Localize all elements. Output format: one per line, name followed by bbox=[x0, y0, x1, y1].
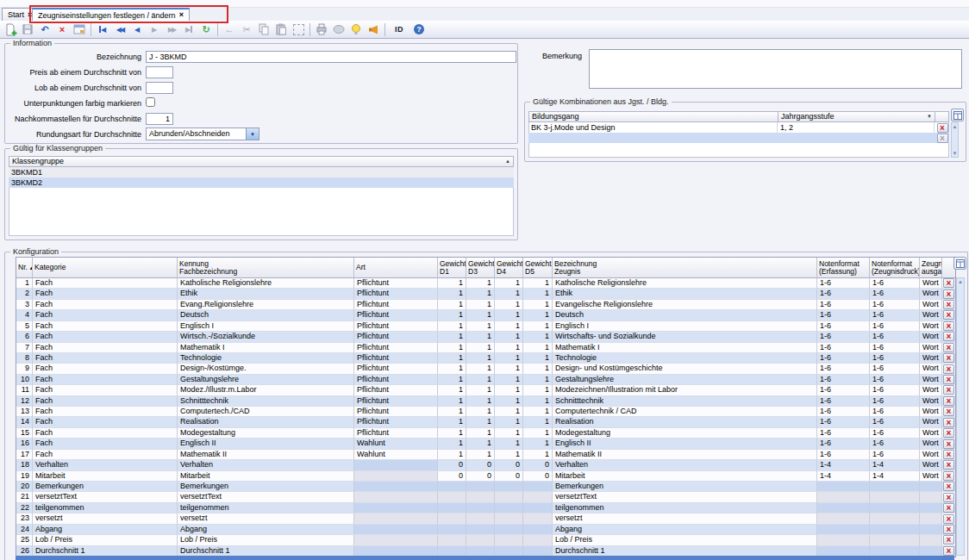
cell-nr[interactable]: 10 bbox=[16, 375, 33, 385]
cell-kategorie[interactable]: Mitarbeit bbox=[33, 471, 178, 482]
config-row[interactable]: 22teilgenommenteilgenommenteilgenommen× bbox=[16, 503, 955, 513]
cell-d4[interactable]: 1 bbox=[495, 396, 523, 407]
cell-bezeichnung[interactable]: Verhalten bbox=[553, 460, 817, 470]
announce-button[interactable] bbox=[365, 22, 382, 37]
config-row[interactable]: 10FachGestaltungslehrePflichtunt1111Gest… bbox=[16, 375, 955, 385]
cell-art[interactable] bbox=[354, 535, 438, 545]
delete-row-button[interactable]: × bbox=[943, 300, 954, 309]
cell-d1[interactable]: 1 bbox=[438, 289, 466, 299]
refresh-button[interactable]: ↻ bbox=[197, 22, 215, 37]
cell-d1[interactable]: 1 bbox=[438, 300, 466, 310]
bezeichnung-input[interactable] bbox=[146, 51, 516, 63]
kombination-row-empty-selected[interactable]: × bbox=[528, 133, 949, 143]
delete-row-button[interactable]: × bbox=[943, 428, 954, 438]
cell-bezeichnung[interactable]: Computertechnik / CAD bbox=[553, 407, 817, 417]
delete-row-button[interactable]: × bbox=[943, 385, 954, 395]
delete-row-button[interactable]: × bbox=[943, 396, 954, 406]
kombination-row[interactable]: BK 3-j.Mode und Design1, 2× bbox=[528, 122, 949, 133]
config-row[interactable]: 14FachRealisationPflichtunt1111Realisati… bbox=[16, 417, 955, 427]
cell-ausgabe[interactable]: Wort bbox=[920, 375, 942, 385]
cell-kennung[interactable]: Mathematik I bbox=[178, 343, 354, 353]
cell-nr[interactable]: 8 bbox=[16, 353, 33, 364]
cell-art[interactable] bbox=[354, 513, 438, 524]
cell-nf_erfassung[interactable] bbox=[817, 525, 870, 535]
cell-nf_erfassung[interactable]: 1-6 bbox=[817, 278, 870, 289]
cell-ausgabe[interactable]: Wort bbox=[920, 321, 942, 332]
cell-kategorie[interactable]: Lob / Preis bbox=[33, 535, 178, 545]
cell-bezeichnung[interactable]: Lob / Preis bbox=[553, 535, 817, 545]
cell-kennung[interactable]: Bemerkungen bbox=[178, 482, 354, 492]
cell-kategorie[interactable]: Fach bbox=[33, 364, 178, 374]
cell-d5[interactable] bbox=[523, 492, 553, 502]
cell-nr[interactable]: 2 bbox=[16, 289, 33, 299]
cell-art[interactable] bbox=[354, 503, 438, 513]
cell-ausgabe[interactable]: Wort bbox=[920, 460, 942, 470]
cell-nf_erfassung[interactable]: 1-4 bbox=[817, 471, 870, 482]
cell-nr[interactable]: 11 bbox=[16, 385, 33, 395]
undo-button[interactable]: ↶ bbox=[36, 22, 53, 37]
cell-ausgabe[interactable] bbox=[920, 525, 942, 535]
cell-kennung[interactable]: Wirtsch.-/Sozialkunde bbox=[178, 332, 354, 342]
cell-nf_druck[interactable]: 1-4 bbox=[870, 471, 920, 482]
column-header-nf_druck[interactable]: Notenformat(Zeugnisdruck) bbox=[870, 258, 920, 278]
cell-kategorie[interactable]: versetztText bbox=[33, 492, 178, 502]
cell-nf_druck[interactable] bbox=[870, 492, 920, 502]
cell-d5[interactable]: 1 bbox=[523, 375, 553, 385]
cell-nf_erfassung[interactable]: 1-6 bbox=[817, 321, 870, 332]
cell-d3[interactable] bbox=[466, 503, 495, 513]
cell-d3[interactable]: 0 bbox=[466, 471, 495, 482]
cell-d5[interactable]: 1 bbox=[523, 310, 553, 320]
cell-art[interactable]: Pflichtunt bbox=[354, 353, 438, 364]
cell-kennung[interactable]: Ethik bbox=[178, 289, 354, 299]
cell-nf_erfassung[interactable]: 1-6 bbox=[817, 375, 870, 385]
config-row[interactable]: 25Lob / PreisLob / PreisLob / Preis× bbox=[16, 535, 955, 545]
cell-bezeichnung[interactable]: Deutsch bbox=[553, 310, 817, 320]
cell-ausgabe[interactable]: Wort bbox=[920, 407, 942, 417]
cell-d4[interactable] bbox=[495, 503, 523, 513]
cell-d4[interactable]: 1 bbox=[495, 300, 523, 310]
cell-d5[interactable]: 1 bbox=[523, 364, 553, 374]
cell-nf_druck[interactable]: 1-6 bbox=[870, 310, 920, 320]
cell-d1[interactable]: 1 bbox=[438, 428, 466, 439]
cell-kategorie[interactable]: Abgang bbox=[33, 525, 178, 535]
delete-row-button[interactable]: × bbox=[943, 514, 954, 524]
delete-row-button[interactable]: × bbox=[943, 289, 954, 299]
cell-d1[interactable]: 0 bbox=[438, 460, 466, 470]
save-button[interactable] bbox=[19, 22, 36, 37]
cell-d5[interactable] bbox=[523, 503, 553, 513]
cell-d4[interactable]: 1 bbox=[495, 417, 523, 427]
cell-kategorie[interactable]: Fach bbox=[33, 289, 178, 299]
delete-row-button[interactable]: × bbox=[943, 310, 954, 320]
cell-ausgabe[interactable]: Wort bbox=[920, 332, 942, 342]
cell-d5[interactable]: 1 bbox=[523, 343, 553, 353]
cell-kategorie[interactable]: Fach bbox=[33, 428, 178, 439]
cell-nf_druck[interactable] bbox=[870, 503, 920, 513]
cell-d4[interactable]: 1 bbox=[495, 278, 523, 289]
cell-art[interactable]: Pflichtunt bbox=[354, 385, 438, 395]
cell-bezeichnung[interactable]: Englisch II bbox=[553, 439, 817, 449]
cell-d4[interactable] bbox=[495, 482, 523, 492]
cell-d1[interactable] bbox=[438, 492, 466, 502]
cell-ausgabe[interactable] bbox=[920, 492, 942, 502]
cell-nr[interactable]: 9 bbox=[16, 364, 33, 374]
config-row[interactable]: 21versetztTextversetztTextversetztText× bbox=[16, 492, 955, 502]
cell-bezeichnung[interactable]: Technologie bbox=[553, 353, 817, 364]
cell-nr[interactable]: 5 bbox=[16, 321, 33, 332]
kombinationen-column-config-button[interactable] bbox=[951, 109, 964, 121]
cell-kennung[interactable]: Lob / Preis bbox=[178, 535, 354, 545]
cell-nf_erfassung[interactable]: 1-6 bbox=[817, 353, 870, 364]
cell-d3[interactable]: 1 bbox=[466, 450, 495, 460]
delete-row-button[interactable]: × bbox=[943, 375, 954, 384]
cell-nr[interactable]: 1 bbox=[16, 278, 33, 289]
delete-row-button[interactable]: × bbox=[943, 439, 954, 449]
cell-nf_druck[interactable]: 1-6 bbox=[870, 300, 920, 310]
paste-button[interactable] bbox=[272, 22, 290, 37]
cell-d3[interactable] bbox=[466, 525, 495, 535]
delete-row-button[interactable]: × bbox=[943, 460, 954, 470]
cell-d3[interactable]: 1 bbox=[466, 407, 495, 417]
cell-d1[interactable] bbox=[438, 525, 466, 535]
cell-nf_druck[interactable]: 1-6 bbox=[870, 428, 920, 439]
cell-d3[interactable]: 1 bbox=[466, 343, 495, 353]
cell-nf_druck[interactable] bbox=[870, 535, 920, 545]
cell-kennung[interactable]: Design-/Kostümge. bbox=[178, 364, 354, 374]
